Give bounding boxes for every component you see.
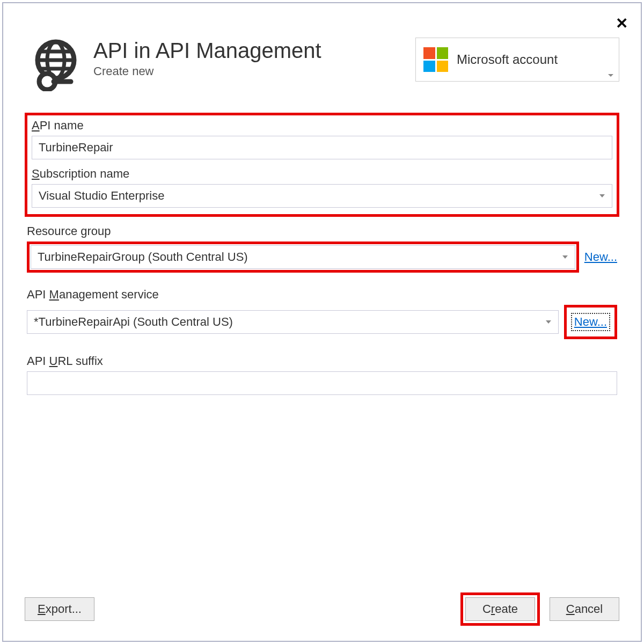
highlight-name-subscription: API name Subscription name <box>25 113 619 217</box>
apim-new-link[interactable]: New... <box>574 315 607 328</box>
resource-group-select[interactable] <box>31 245 575 269</box>
resource-group-new-link[interactable]: New... <box>584 250 617 264</box>
apim-service-row: New... <box>25 305 619 339</box>
form-area: API name Subscription name Resource grou… <box>3 91 641 395</box>
microsoft-logo-icon <box>423 47 448 72</box>
api-name-input[interactable] <box>32 136 612 159</box>
apim-service-label: API Management service <box>25 288 619 302</box>
chevron-down-icon <box>608 74 613 77</box>
api-name-label: API name <box>32 119 612 133</box>
create-button[interactable]: Create <box>465 597 535 621</box>
subscription-label: Subscription name <box>32 167 612 181</box>
highlight-resource-group <box>27 241 579 273</box>
url-suffix-group <box>25 371 619 395</box>
dialog-title: API in API Management <box>93 38 405 63</box>
dialog-header: API in API Management Create new Microso… <box>3 3 641 91</box>
apim-service-select[interactable] <box>27 310 559 334</box>
close-icon[interactable]: ✕ <box>616 16 628 31</box>
right-button-group: Create Cancel <box>460 592 619 626</box>
export-button[interactable]: Export... <box>25 597 94 621</box>
bottom-button-bar: Export... Create Cancel <box>25 592 619 626</box>
account-label: Microsoft account <box>457 52 558 67</box>
api-globe-icon <box>29 38 83 91</box>
dialog-subtitle: Create new <box>93 64 405 78</box>
api-name-group: API name <box>32 119 612 159</box>
subscription-select[interactable] <box>32 184 612 208</box>
highlight-apim-new: New... <box>564 305 617 339</box>
resource-group-label: Resource group <box>25 224 619 238</box>
url-suffix-input[interactable] <box>27 371 617 395</box>
subscription-group: Subscription name <box>32 167 612 208</box>
highlight-create: Create <box>460 592 540 626</box>
apim-new-link-focus: New... <box>571 313 610 331</box>
account-selector[interactable]: Microsoft account <box>415 38 619 82</box>
cancel-button[interactable]: Cancel <box>550 597 619 621</box>
header-text-block: API in API Management Create new <box>93 38 405 78</box>
url-suffix-label: API URL suffix <box>25 354 619 368</box>
resource-group-row: New... <box>25 241 619 273</box>
dialog-window: ✕ API in API Management Create new Micro… <box>2 2 642 642</box>
